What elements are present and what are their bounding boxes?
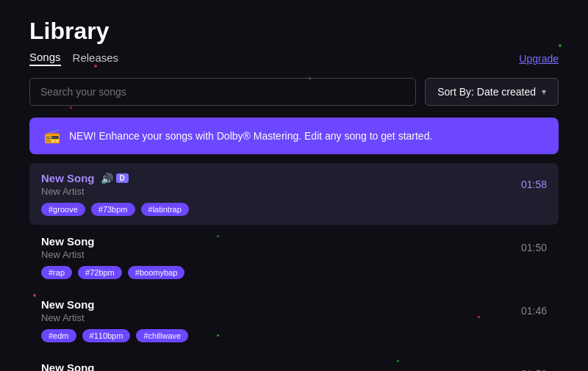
search-input-wrapper [29,78,416,106]
page-title: Library [29,18,559,45]
song-duration: 01:46 [521,305,547,317]
tab-releases[interactable]: Releases [73,51,119,65]
search-input[interactable] [29,78,416,106]
song-title-text: New Song [41,235,95,248]
upgrade-link[interactable]: Upgrade [519,53,559,65]
song-artist: New Artist [41,186,129,197]
song-item[interactable]: New Song New Artist 01:46 #edm#110bpm#ch… [29,289,559,351]
song-duration: 01:58 [521,179,547,190]
song-item-top: New Song New Artist 01:50 [41,235,547,260]
tabs-row: Songs Releases Upgrade [29,51,559,66]
song-title: New Song 🔊 D [41,172,129,184]
song-tag[interactable]: #latintrap [141,203,189,216]
song-tag[interactable]: #110bpm [82,329,131,342]
banner-text: NEW! Enhance your songs with Dolby® Mast… [69,130,432,142]
song-tag[interactable]: #chillwave [136,329,188,342]
dolby-icon: D [116,173,129,183]
search-sort-row: Sort By: Date created ▾ [29,78,559,106]
song-tag[interactable]: #edm [41,329,76,342]
song-tag[interactable]: #72bpm [78,266,122,279]
song-tags: #rap#72bpm#boomybap [41,266,547,279]
song-list: New Song 🔊 D New Artist 01:58 #groove#73… [29,163,559,371]
chevron-down-icon: ▾ [542,87,546,97]
song-title: New Song [41,235,95,248]
song-title-text: New Song [41,298,95,311]
main-container: Library Songs Releases Upgrade Sort By: … [0,0,588,371]
banner: 📻 NEW! Enhance your songs with Dolby® Ma… [29,118,559,154]
song-artist: New Artist [41,312,95,323]
song-left: New Song New Artist [41,298,95,323]
song-artist: New Artist [41,249,95,260]
song-duration: 01:50 [521,242,547,253]
song-title-text: New Song [41,361,95,371]
song-tag[interactable]: #boomybap [128,266,185,279]
song-item[interactable]: New Song New Artist 01:50 #rap#98bpm#boo… [29,353,559,371]
sound-icon: 🔊 [101,173,113,184]
song-title: New Song [41,298,95,311]
song-tag[interactable]: #rap [41,266,72,279]
song-title-text: New Song [41,172,95,184]
tabs: Songs Releases [29,51,118,66]
song-left: New Song New Artist [41,361,95,371]
song-icons: 🔊 D [101,173,129,184]
tab-songs[interactable]: Songs [29,51,61,66]
song-item-top: New Song New Artist 01:46 [41,298,547,323]
song-left: New Song New Artist [41,235,95,260]
song-item-top: New Song New Artist 01:50 [41,361,547,371]
sort-button[interactable]: Sort By: Date created ▾ [425,78,559,106]
song-item[interactable]: New Song 🔊 D New Artist 01:58 #groove#73… [29,163,559,225]
song-item-top: New Song 🔊 D New Artist 01:58 [41,172,547,197]
banner-icon: 📻 [44,128,60,144]
song-left: New Song 🔊 D New Artist [41,172,129,197]
song-duration: 01:50 [521,368,547,371]
song-title: New Song [41,361,95,371]
song-tags: #groove#73bpm#latintrap [41,203,547,216]
song-tags: #edm#110bpm#chillwave [41,329,547,342]
sort-label: Sort By: Date created [437,86,536,98]
song-tag[interactable]: #73bpm [91,203,135,216]
song-item[interactable]: New Song New Artist 01:50 #rap#72bpm#boo… [29,226,559,288]
song-tag[interactable]: #groove [41,203,85,216]
